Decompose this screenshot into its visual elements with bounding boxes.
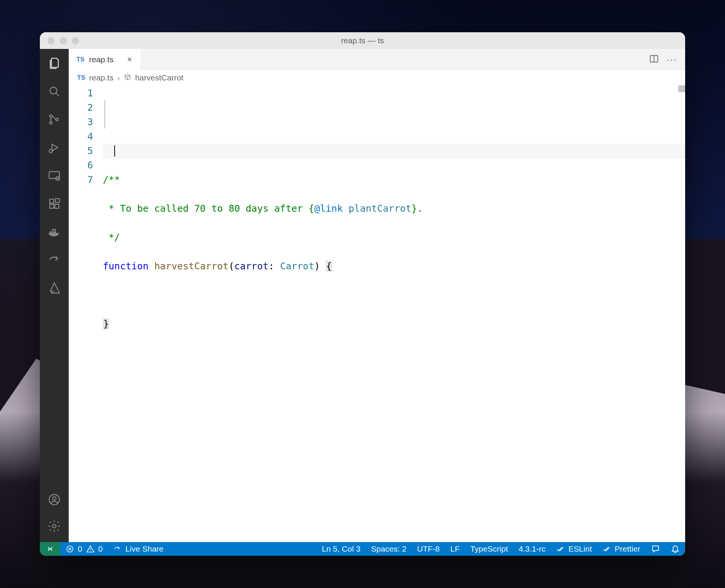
typescript-lang-badge: TS [76,56,85,63]
account-icon[interactable] [47,492,62,507]
symbol-method-icon [124,73,131,83]
run-debug-icon[interactable] [47,140,62,155]
settings-gear-icon[interactable] [47,519,62,534]
svg-point-3 [56,118,58,121]
jsdoc-indent-guide [104,100,105,129]
warning-icon [86,545,95,553]
eslint-status[interactable]: ESLint [551,544,597,553]
encoding-status[interactable]: UTF-8 [412,544,445,553]
close-tab-icon[interactable]: × [126,55,134,64]
code-editor[interactable]: 1 2 3 4 5 6 7 /** * To be called 70 to 8… [69,85,685,542]
prettier-status[interactable]: Prettier [597,544,646,553]
azure-icon[interactable] [47,280,62,296]
files-icon[interactable] [47,56,62,71]
svg-rect-7 [50,199,54,203]
cursor-position-status[interactable]: Ln 5, Col 3 [317,544,366,553]
svg-rect-5 [49,172,60,179]
svg-point-0 [50,87,57,94]
feedback-icon[interactable] [646,544,665,553]
activity-bar [40,49,69,542]
svg-point-1 [50,115,52,118]
liveshare-icon [113,545,121,553]
docker-icon[interactable] [47,224,62,239]
vscode-window: reap.ts — ts [40,32,685,556]
tab-bar: TS reap.ts × ··· [69,49,685,70]
remote-explorer-icon[interactable] [47,168,62,183]
editor-group: TS reap.ts × ··· TS reap.ts › [69,49,685,542]
window-controls [47,37,79,44]
breadcrumb-symbol[interactable]: harvestCarrot [135,73,183,82]
close-window-button[interactable] [47,37,55,44]
double-check-icon [602,545,611,553]
line-number-gutter: 1 2 3 4 5 6 7 [69,85,103,542]
more-actions-icon[interactable]: ··· [667,54,678,65]
tab-reap-ts[interactable]: TS reap.ts × [69,49,140,70]
titlebar[interactable]: reap.ts — ts [40,32,685,49]
code-content[interactable]: /** * To be called 70 to 80 days after {… [103,85,685,542]
breadcrumb-file[interactable]: reap.ts [89,73,113,82]
error-icon [66,545,74,553]
indentation-status[interactable]: Spaces: 2 [366,544,412,553]
zoom-window-button[interactable] [72,37,79,44]
eol-status[interactable]: LF [445,544,465,553]
window-title: reap.ts — ts [40,36,685,45]
notifications-bell-icon[interactable] [665,544,685,553]
typescript-version-status[interactable]: 4.3.1-rc [513,544,551,553]
problems-status[interactable]: 0 0 [60,544,108,553]
tab-label: reap.ts [89,55,113,64]
breadcrumb-separator: › [117,73,120,82]
text-cursor [114,145,115,157]
source-control-icon[interactable] [47,112,62,127]
svg-rect-8 [50,204,54,209]
active-line-highlight [103,144,685,158]
svg-rect-9 [55,204,59,209]
extensions-icon[interactable] [47,196,62,211]
error-count: 0 [78,544,82,553]
status-bar: 0 0 Live Share Ln 5, Col 3 Spaces: 2 UTF… [40,542,685,556]
svg-point-13 [53,525,56,528]
liveshare-status[interactable]: Live Share [108,544,169,553]
typescript-lang-badge: TS [77,74,85,82]
remote-indicator[interactable] [40,542,60,556]
svg-point-12 [53,497,56,500]
share-icon[interactable] [47,252,62,267]
minimize-window-button[interactable] [60,37,67,44]
double-check-icon [556,545,564,553]
search-icon[interactable] [47,84,62,99]
warning-count: 0 [98,544,103,553]
language-mode-status[interactable]: TypeScript [465,544,513,553]
svg-point-2 [50,122,52,124]
split-editor-icon[interactable] [649,54,659,65]
breadcrumb[interactable]: TS reap.ts › harvestCarrot [69,70,685,85]
svg-rect-10 [55,199,60,203]
